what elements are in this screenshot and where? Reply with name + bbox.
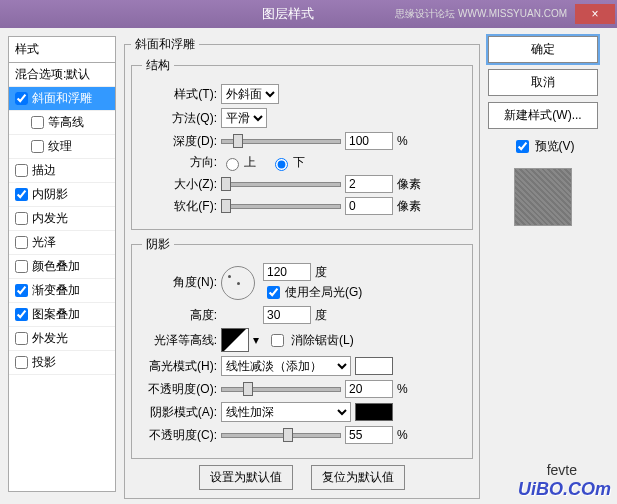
ok-button[interactable]: 确定 — [488, 36, 598, 63]
style-inner-shadow-check[interactable] — [15, 188, 28, 201]
shadow-opacity-label: 不透明度(C): — [142, 427, 217, 444]
style-drop-shadow-check[interactable] — [15, 356, 28, 369]
forum-watermark: 思缘设计论坛 WWW.MISSYUAN.COM — [395, 7, 567, 21]
shadow-mode-select[interactable]: 线性加深 — [221, 402, 351, 422]
styles-header: 样式 — [8, 36, 116, 62]
shadow-opacity-input[interactable] — [345, 426, 393, 444]
technique-select[interactable]: 平滑 — [221, 108, 267, 128]
style-texture[interactable]: 纹理 — [9, 135, 115, 159]
titlebar: 图层样式 思缘设计论坛 WWW.MISSYUAN.COM × — [0, 0, 617, 28]
angle-dial[interactable] — [221, 266, 255, 300]
antialias-check[interactable] — [271, 334, 284, 347]
deg-unit2: 度 — [315, 307, 327, 324]
structure-group: 结构 样式(T): 外斜面 方法(Q): 平滑 深度(D): % 方向: — [131, 57, 473, 230]
pct-unit2: % — [397, 382, 408, 396]
style-color-overlay-check[interactable] — [15, 260, 28, 273]
preview-swatch — [514, 168, 572, 226]
antialias-label: 消除锯齿(L) — [291, 332, 354, 349]
style-stroke[interactable]: 描边 — [9, 159, 115, 183]
size-input[interactable] — [345, 175, 393, 193]
style-pattern-overlay[interactable]: 图案叠加 — [9, 303, 115, 327]
highlight-mode-label: 高光模式(H): — [142, 358, 217, 375]
style-contour[interactable]: 等高线 — [9, 111, 115, 135]
gloss-contour-label: 光泽等高线: — [142, 332, 217, 349]
size-label: 大小(Z): — [142, 176, 217, 193]
technique-label: 方法(Q): — [142, 110, 217, 127]
highlight-opacity-label: 不透明度(O): — [142, 381, 217, 398]
blend-options[interactable]: 混合选项:默认 — [9, 63, 115, 87]
soften-label: 软化(F): — [142, 198, 217, 215]
px-unit: 像素 — [397, 176, 421, 193]
bevel-panel: 斜面和浮雕 结构 样式(T): 外斜面 方法(Q): 平滑 深度(D): % — [124, 36, 480, 499]
style-outer-glow[interactable]: 外发光 — [9, 327, 115, 351]
altitude-label: 高度: — [142, 307, 217, 324]
style-satin-check[interactable] — [15, 236, 28, 249]
style-pattern-overlay-check[interactable] — [15, 308, 28, 321]
depth-label: 深度(D): — [142, 133, 217, 150]
shadow-color-swatch[interactable] — [355, 403, 393, 421]
highlight-mode-select[interactable]: 线性减淡（添加） — [221, 356, 351, 376]
soften-slider[interactable] — [221, 198, 341, 214]
preview-check[interactable] — [516, 140, 529, 153]
style-select[interactable]: 外斜面 — [221, 84, 279, 104]
gloss-contour-swatch[interactable] — [221, 328, 249, 352]
shadow-mode-label: 阴影模式(A): — [142, 404, 217, 421]
make-default-button[interactable]: 设置为默认值 — [199, 465, 293, 490]
chevron-down-icon[interactable]: ▾ — [253, 333, 259, 347]
style-bevel-check[interactable] — [15, 92, 28, 105]
pct-unit: % — [397, 134, 408, 148]
style-inner-glow[interactable]: 内发光 — [9, 207, 115, 231]
depth-slider[interactable] — [221, 133, 341, 149]
style-satin[interactable]: 光泽 — [9, 231, 115, 255]
style-label: 样式(T): — [142, 86, 217, 103]
highlight-opacity-input[interactable] — [345, 380, 393, 398]
preview-label: 预览(V) — [535, 138, 575, 155]
style-inner-shadow[interactable]: 内阴影 — [9, 183, 115, 207]
angle-label: 角度(N): — [142, 274, 217, 291]
style-bevel[interactable]: 斜面和浮雕 — [9, 87, 115, 111]
styles-list: 混合选项:默认 斜面和浮雕 等高线 纹理 描边 内阴影 内发光 光泽 颜色叠加 … — [8, 62, 116, 492]
soften-input[interactable] — [345, 197, 393, 215]
angle-input[interactable] — [263, 263, 311, 281]
style-drop-shadow[interactable]: 投影 — [9, 351, 115, 375]
global-light-check[interactable] — [267, 286, 280, 299]
style-stroke-check[interactable] — [15, 164, 28, 177]
dir-up-radio[interactable] — [226, 158, 239, 171]
px-unit2: 像素 — [397, 198, 421, 215]
style-contour-check[interactable] — [31, 116, 44, 129]
style-gradient-overlay[interactable]: 渐变叠加 — [9, 279, 115, 303]
shadow-legend: 阴影 — [142, 236, 174, 253]
panel-legend: 斜面和浮雕 — [131, 36, 199, 53]
structure-legend: 结构 — [142, 57, 174, 74]
global-light-label: 使用全局光(G) — [285, 284, 362, 301]
deg-unit: 度 — [315, 264, 327, 281]
close-button[interactable]: × — [575, 4, 615, 24]
style-texture-check[interactable] — [31, 140, 44, 153]
style-gradient-overlay-check[interactable] — [15, 284, 28, 297]
cancel-button[interactable]: 取消 — [488, 69, 598, 96]
dir-down-radio[interactable] — [275, 158, 288, 171]
highlight-color-swatch[interactable] — [355, 357, 393, 375]
style-inner-glow-check[interactable] — [15, 212, 28, 225]
highlight-opacity-slider[interactable] — [221, 381, 341, 397]
pct-unit3: % — [397, 428, 408, 442]
new-style-button[interactable]: 新建样式(W)... — [488, 102, 598, 129]
altitude-input[interactable] — [263, 306, 311, 324]
style-outer-glow-check[interactable] — [15, 332, 28, 345]
style-color-overlay[interactable]: 颜色叠加 — [9, 255, 115, 279]
size-slider[interactable] — [221, 176, 341, 192]
shadow-group: 阴影 角度(N): 度 使用全局光(G) — [131, 236, 473, 459]
shadow-opacity-slider[interactable] — [221, 427, 341, 443]
reset-default-button[interactable]: 复位为默认值 — [311, 465, 405, 490]
depth-input[interactable] — [345, 132, 393, 150]
direction-label: 方向: — [142, 154, 217, 171]
